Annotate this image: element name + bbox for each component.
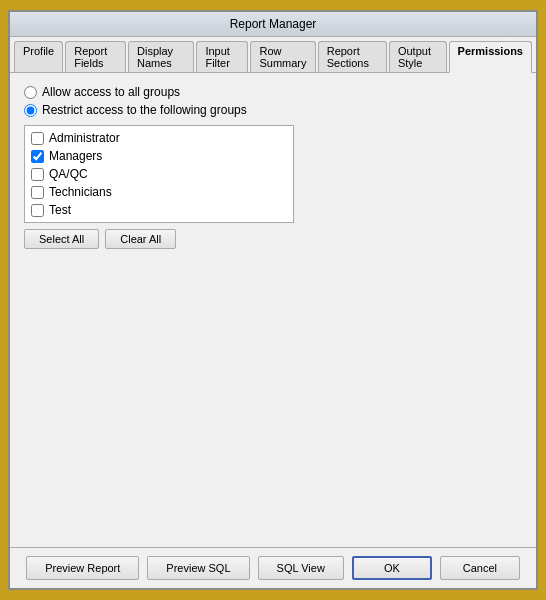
groups-checkbox-list: Administrator Managers QA/QC Technicians… xyxy=(24,125,294,223)
title-bar: Report Manager xyxy=(10,12,536,37)
group-test-checkbox[interactable] xyxy=(31,204,44,217)
radio-allow-all[interactable]: Allow access to all groups xyxy=(24,85,522,99)
radio-restrict[interactable]: Restrict access to the following groups xyxy=(24,103,522,117)
group-qaqc-label: QA/QC xyxy=(49,167,88,181)
main-window: Report Manager Profile Report Fields Dis… xyxy=(8,10,538,590)
preview-sql-button[interactable]: Preview SQL xyxy=(147,556,249,580)
group-administrator-label: Administrator xyxy=(49,131,120,145)
tab-report-sections[interactable]: Report Sections xyxy=(318,41,387,72)
group-managers[interactable]: Managers xyxy=(29,148,289,164)
group-administrator[interactable]: Administrator xyxy=(29,130,289,146)
tab-profile[interactable]: Profile xyxy=(14,41,63,72)
tab-row-summary[interactable]: Row Summary xyxy=(250,41,315,72)
tab-permissions[interactable]: Permissions xyxy=(449,41,532,73)
group-technicians-label: Technicians xyxy=(49,185,112,199)
select-all-button[interactable]: Select All xyxy=(24,229,99,249)
clear-all-button[interactable]: Clear All xyxy=(105,229,176,249)
ok-button[interactable]: OK xyxy=(352,556,432,580)
group-test[interactable]: Test xyxy=(29,202,289,218)
radio-allow-all-input[interactable] xyxy=(24,86,37,99)
tabs-bar: Profile Report Fields Display Names Inpu… xyxy=(10,37,536,73)
group-qaqc-checkbox[interactable] xyxy=(31,168,44,181)
content-area: Allow access to all groups Restrict acce… xyxy=(10,73,536,547)
group-managers-checkbox[interactable] xyxy=(31,150,44,163)
tab-report-fields[interactable]: Report Fields xyxy=(65,41,126,72)
cancel-button[interactable]: Cancel xyxy=(440,556,520,580)
window-title: Report Manager xyxy=(230,17,317,31)
group-technicians-checkbox[interactable] xyxy=(31,186,44,199)
preview-report-button[interactable]: Preview Report xyxy=(26,556,139,580)
group-managers-label: Managers xyxy=(49,149,102,163)
tab-display-names[interactable]: Display Names xyxy=(128,41,194,72)
groups-list-area: Administrator Managers QA/QC Technicians… xyxy=(24,125,522,249)
radio-restrict-label: Restrict access to the following groups xyxy=(42,103,247,117)
radio-restrict-input[interactable] xyxy=(24,104,37,117)
sql-view-button[interactable]: SQL View xyxy=(258,556,344,580)
group-administrator-checkbox[interactable] xyxy=(31,132,44,145)
radio-allow-all-label: Allow access to all groups xyxy=(42,85,180,99)
access-radio-group: Allow access to all groups Restrict acce… xyxy=(24,85,522,117)
tab-input-filter[interactable]: Input Filter xyxy=(196,41,248,72)
group-technicians[interactable]: Technicians xyxy=(29,184,289,200)
list-action-buttons: Select All Clear All xyxy=(24,229,294,249)
footer: Preview Report Preview SQL SQL View OK C… xyxy=(10,547,536,588)
tab-output-style[interactable]: Output Style xyxy=(389,41,447,72)
group-test-label: Test xyxy=(49,203,71,217)
group-qaqc[interactable]: QA/QC xyxy=(29,166,289,182)
